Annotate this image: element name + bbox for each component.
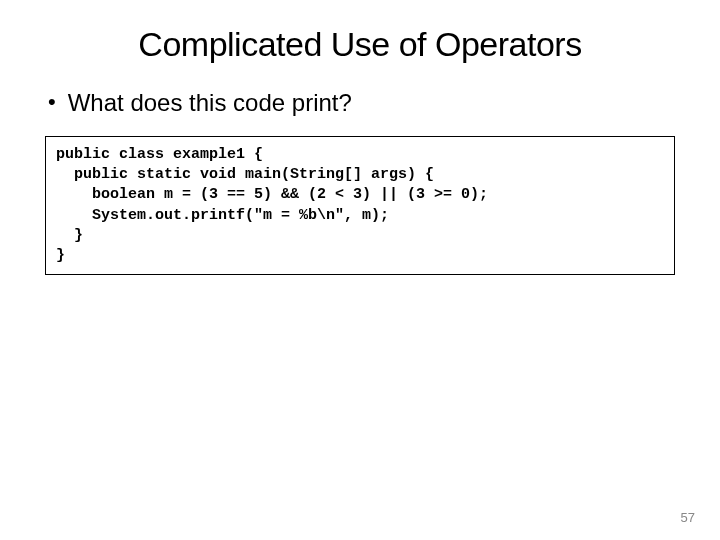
bullet-dot-icon: • bbox=[48, 89, 56, 115]
bullet-text: What does this code print? bbox=[68, 89, 352, 118]
slide-container: Complicated Use of Operators • What does… bbox=[0, 0, 720, 540]
code-line-2: public static void main(String[] args) { bbox=[56, 166, 434, 183]
code-line-6: } bbox=[56, 247, 65, 264]
slide-title: Complicated Use of Operators bbox=[40, 25, 680, 64]
bullet-item: • What does this code print? bbox=[48, 89, 680, 118]
page-number: 57 bbox=[681, 510, 695, 525]
code-line-4: System.out.printf("m = %b\n", m); bbox=[56, 207, 389, 224]
code-line-3: boolean m = (3 == 5) && (2 < 3) || (3 >=… bbox=[56, 186, 488, 203]
code-line-1: public class example1 { bbox=[56, 146, 263, 163]
code-line-5: } bbox=[56, 227, 83, 244]
code-block: public class example1 { public static vo… bbox=[45, 136, 675, 276]
